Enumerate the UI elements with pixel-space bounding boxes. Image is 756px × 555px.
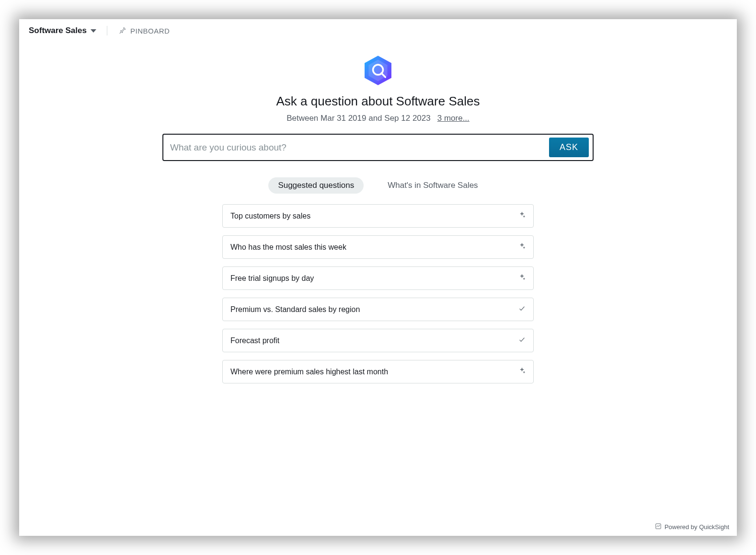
suggestions-list: Top customers by sales Who has the most … xyxy=(222,204,534,383)
suggestion-item[interactable]: Who has the most sales this week xyxy=(222,235,534,259)
check-icon xyxy=(518,305,526,314)
suggestion-item[interactable]: Premium vs. Standard sales by region xyxy=(222,298,534,321)
suggestion-text: Where were premium sales highest last mo… xyxy=(230,368,388,376)
suggestion-text: Top customers by sales xyxy=(230,212,310,220)
suggestion-item[interactable]: Where were premium sales highest last mo… xyxy=(222,360,534,383)
suggestion-item[interactable]: Forecast profit xyxy=(222,329,534,352)
more-filters-link[interactable]: 3 more... xyxy=(437,114,470,123)
tabs: Suggested questions What's in Software S… xyxy=(268,177,487,194)
tab-suggested-questions[interactable]: Suggested questions xyxy=(268,177,364,194)
powered-by-footer: Powered by QuickSight xyxy=(655,523,729,531)
suggestion-text: Free trial signups by day xyxy=(230,274,314,283)
suggestion-text: Forecast profit xyxy=(230,336,279,345)
pin-icon xyxy=(119,26,126,35)
suggestion-item[interactable]: Free trial signups by day xyxy=(222,266,534,290)
suggestion-item[interactable]: Top customers by sales xyxy=(222,204,534,228)
ask-bar: ASK xyxy=(162,134,594,161)
sparkle-icon xyxy=(518,243,526,252)
sparkle-icon xyxy=(518,367,526,376)
footer-text: Powered by QuickSight xyxy=(664,523,729,531)
quicksight-logo-icon xyxy=(361,54,395,87)
question-input[interactable] xyxy=(170,139,544,157)
sparkle-icon xyxy=(518,211,526,220)
hero-section: Ask a question about Software Sales Betw… xyxy=(19,54,737,383)
hero-title: Ask a question about Software Sales xyxy=(276,94,480,109)
pinboard-link[interactable]: PINBOARD xyxy=(117,26,170,35)
sparkle-icon xyxy=(518,274,526,283)
ask-button[interactable]: ASK xyxy=(549,138,589,157)
chart-icon xyxy=(655,523,662,531)
chevron-down-icon xyxy=(91,29,96,33)
app-frame: Software Sales PINBOARD xyxy=(19,19,737,536)
topbar: Software Sales PINBOARD xyxy=(19,19,737,40)
hero-subtitle: Between Mar 31 2019 and Sep 12 2023 3 mo… xyxy=(286,114,470,123)
date-range-text: Between Mar 31 2019 and Sep 12 2023 xyxy=(286,114,431,123)
suggestion-text: Who has the most sales this week xyxy=(230,243,346,252)
suggestion-text: Premium vs. Standard sales by region xyxy=(230,305,360,314)
topic-dropdown[interactable]: Software Sales xyxy=(29,26,107,35)
topic-name: Software Sales xyxy=(29,26,87,35)
pinboard-label: PINBOARD xyxy=(130,27,170,35)
check-icon xyxy=(518,336,526,345)
tab-whats-in[interactable]: What's in Software Sales xyxy=(378,177,487,194)
